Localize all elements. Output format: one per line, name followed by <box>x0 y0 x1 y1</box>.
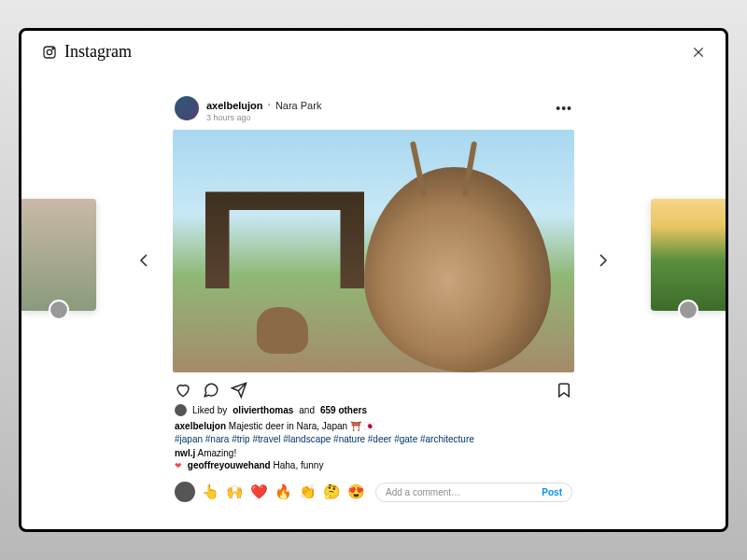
antler-left <box>410 142 427 198</box>
caption-username[interactable]: axelbelujon <box>175 421 226 431</box>
reaction-heart-eyes[interactable]: 😍 <box>347 483 365 500</box>
deer-graphic <box>364 167 551 372</box>
prev-post-avatar <box>49 300 69 320</box>
post-image[interactable] <box>173 130 574 372</box>
comment-1-user[interactable]: nwl.j <box>175 448 195 458</box>
post-header: axelbelujon · Nara Park 3 hours ago ••• <box>173 95 574 123</box>
temple-gate-graphic <box>205 167 364 288</box>
likes-row[interactable]: Liked by olivierthomas and 659 others <box>173 404 574 416</box>
reaction-point-up[interactable]: 👆 <box>202 483 219 500</box>
app-window: Instagram axelbelujon · Nara Park <box>19 28 728 532</box>
liker-username[interactable]: olivierthomas <box>233 405 293 415</box>
chevron-left-icon <box>139 253 148 268</box>
brand-text: Instagram <box>64 42 132 62</box>
antler-right <box>462 141 477 197</box>
logo[interactable]: Instagram <box>42 42 132 62</box>
author-username[interactable]: axelbelujon <box>206 100 263 111</box>
likes-and: and <box>299 405 315 415</box>
caption-text: Majestic deer in Nara, Japan ⛩️ 🇯🇵 <box>229 421 375 431</box>
comment-1: nwl.j Amazing! <box>173 448 574 458</box>
svg-point-2 <box>52 48 53 49</box>
more-options-icon[interactable]: ••• <box>556 101 572 116</box>
app-header: Instagram <box>21 31 726 69</box>
chevron-right-icon <box>599 253 608 268</box>
author-avatar[interactable] <box>175 96 199 120</box>
background-deer-graphic <box>257 307 308 354</box>
stage: axelbelujon · Nara Park 3 hours ago ••• <box>21 68 726 529</box>
svg-point-1 <box>47 49 51 54</box>
comment-1-text: Amazing! <box>197 448 236 458</box>
next-arrow[interactable] <box>593 250 613 271</box>
bookmark-icon[interactable] <box>556 382 572 399</box>
reaction-heart[interactable]: ❤️ <box>250 483 268 500</box>
caption-hashtags[interactable]: #japan #nara #trip #travel #landscape #n… <box>175 434 474 444</box>
next-post-thumbnail[interactable] <box>651 199 726 311</box>
instagram-icon <box>42 45 57 60</box>
prev-arrow[interactable] <box>134 250 154 271</box>
action-bar <box>173 382 574 399</box>
comment-2-text: Haha, funny <box>273 460 323 470</box>
share-icon[interactable] <box>231 382 247 399</box>
prev-post-thumbnail[interactable] <box>21 199 96 311</box>
current-user-avatar[interactable] <box>175 482 195 502</box>
comment-input-wrap[interactable]: Post <box>375 483 572 502</box>
like-icon[interactable] <box>175 382 191 399</box>
post-location[interactable]: Nara Park <box>275 100 322 111</box>
post-button[interactable]: Post <box>542 487 562 497</box>
comment-icon[interactable] <box>203 382 219 399</box>
comment-liked-icon: ❤ <box>175 461 182 470</box>
reaction-thinking[interactable]: 🤔 <box>323 483 341 500</box>
comment-input[interactable] <box>386 487 542 497</box>
reaction-raised-hands[interactable]: 🙌 <box>226 483 244 500</box>
post-timestamp: 3 hours ago <box>206 113 548 123</box>
post-card: axelbelujon · Nara Park 3 hours ago ••• <box>173 95 574 503</box>
likes-prefix: Liked by <box>192 405 227 415</box>
next-post-avatar <box>678 300 698 320</box>
post-caption: axelbelujon Majestic deer in Nara, Japan… <box>173 420 574 446</box>
reaction-row: 👆 🙌 ❤️ 🔥 👏 🤔 😍 Post <box>173 482 574 502</box>
reaction-clap[interactable]: 👏 <box>299 483 317 500</box>
post-meta: axelbelujon · Nara Park 3 hours ago <box>206 95 548 123</box>
reaction-fire[interactable]: 🔥 <box>275 483 292 500</box>
liker-avatar <box>175 404 187 416</box>
likes-count[interactable]: 659 others <box>320 405 367 415</box>
close-icon[interactable] <box>692 46 705 59</box>
comment-2-user[interactable]: geoffreyouwehand <box>188 460 271 470</box>
separator-dot: · <box>267 96 275 112</box>
comment-2: ❤ geoffreyouwehand Haha, funny <box>173 460 574 470</box>
